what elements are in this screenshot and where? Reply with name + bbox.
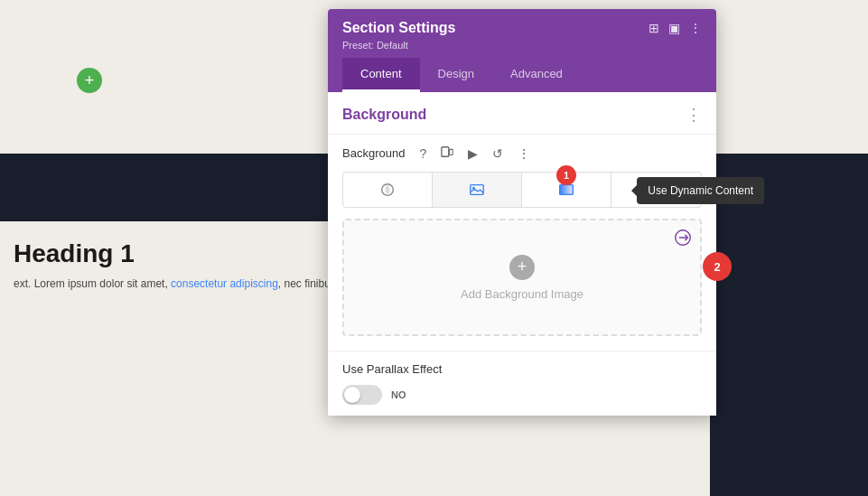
toggle-knob <box>344 387 360 403</box>
svg-rect-6 <box>560 185 573 195</box>
add-section-button[interactable]: + <box>77 68 102 93</box>
device-icon[interactable] <box>437 144 457 163</box>
upload-label: Add Background Image <box>461 287 583 301</box>
type-gradient-btn[interactable]: 1 <box>522 173 611 207</box>
bg-label: Background <box>342 146 405 160</box>
dynamic-content-icon <box>673 228 693 252</box>
help-icon[interactable]: ? <box>415 145 430 163</box>
svg-rect-3 <box>471 185 483 195</box>
parallax-toggle[interactable] <box>342 385 382 405</box>
type-video-btn[interactable]: Use Dynamic Content <box>611 173 701 207</box>
tab-content[interactable]: Content <box>342 58 420 92</box>
section-title: Background <box>342 107 426 123</box>
columns-icon[interactable]: ▣ <box>668 21 680 35</box>
background-row: Background ? ▶ ↺ ⋮ <box>328 135 716 172</box>
tab-design[interactable]: Design <box>420 58 492 92</box>
cursor-icon[interactable]: ▶ <box>464 145 481 163</box>
section-more-icon[interactable]: ⋮ <box>686 105 702 125</box>
panel-header: Section Settings ⊞ ▣ ⋮ Preset: Default C… <box>328 9 716 92</box>
gradient-badge: 1 <box>556 165 576 185</box>
right-dark-area <box>710 190 868 496</box>
more-icon[interactable]: ⋮ <box>689 21 702 35</box>
background-section-header: Background ⋮ <box>328 92 716 135</box>
body-link[interactable]: consectetur adipiscing <box>171 277 278 290</box>
parallax-section: Use Parallax Effect NO <box>328 351 716 416</box>
image-upload-area[interactable]: + Add Background Image 2 <box>342 219 702 336</box>
toggle-value: NO <box>391 389 406 400</box>
reset-icon[interactable]: ↺ <box>489 145 507 163</box>
use-dynamic-content-tooltip: Use Dynamic Content <box>637 177 764 204</box>
resize-icon[interactable]: ⊞ <box>649 21 659 35</box>
upload-plus-icon: + <box>509 255 535 280</box>
svg-rect-0 <box>442 147 449 157</box>
svg-point-4 <box>472 187 475 190</box>
tab-advanced[interactable]: Advanced <box>492 58 581 92</box>
panel-body: Background ⋮ Background ? ▶ ↺ ⋮ <box>328 92 716 416</box>
parallax-toggle-row: NO <box>342 385 702 405</box>
panel-header-icons: ⊞ ▣ ⋮ <box>649 21 702 35</box>
more-bg-icon[interactable]: ⋮ <box>514 145 534 163</box>
svg-rect-1 <box>450 149 453 154</box>
type-color-btn[interactable] <box>343 173 433 207</box>
type-image-btn[interactable] <box>433 173 522 207</box>
body-text-before: ext. Lorem ipsum dolor sit amet, <box>14 277 171 290</box>
background-type-buttons: 1 Us <box>342 172 702 208</box>
dynamic-badge-2: 2 <box>703 252 732 281</box>
section-settings-panel: Section Settings ⊞ ▣ ⋮ Preset: Default C… <box>328 9 716 416</box>
parallax-label: Use Parallax Effect <box>342 362 702 376</box>
panel-title-row: Section Settings ⊞ ▣ ⋮ <box>342 20 702 36</box>
panel-preset[interactable]: Preset: Default <box>342 40 702 51</box>
panel-title: Section Settings <box>342 20 455 36</box>
panel-tabs: Content Design Advanced <box>342 58 702 92</box>
